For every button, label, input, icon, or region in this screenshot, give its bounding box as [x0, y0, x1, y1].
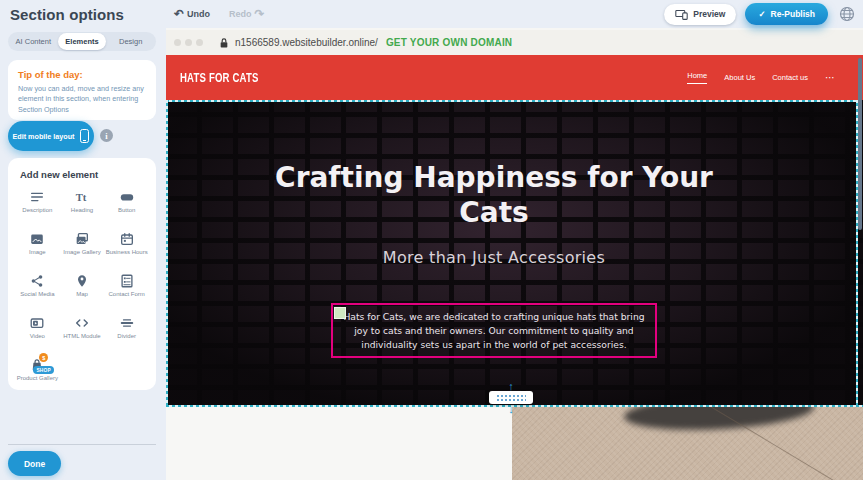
element-label: Image Gallery	[63, 249, 100, 257]
redo-label: Redo	[229, 9, 252, 19]
window-dot-icon	[196, 39, 203, 46]
new-feature-badge-icon: $	[39, 353, 48, 362]
element-label: Map	[76, 291, 88, 299]
nav-contact-us[interactable]: Contact us	[772, 73, 808, 82]
done-label: Done	[24, 459, 45, 469]
hero-subheading[interactable]: More than Just Accessories	[166, 248, 822, 267]
element-label: Button	[118, 207, 135, 215]
language-globe-button[interactable]	[837, 5, 856, 24]
undo-icon: ↶	[174, 8, 184, 20]
svg-text:Tt: Tt	[76, 192, 87, 203]
site-url: n1566589.websitebuilder.online/	[235, 37, 378, 48]
info-icon: i	[105, 131, 107, 141]
tab-elements[interactable]: Elements	[58, 33, 107, 50]
republish-button[interactable]: ✓ Re-Publish	[745, 3, 828, 25]
globe-icon	[839, 6, 855, 22]
redo-icon: ↷	[255, 8, 265, 20]
get-domain-link[interactable]: GET YOUR OWN DOMAIN	[386, 37, 512, 48]
element-social-media[interactable]: Social Media	[15, 273, 60, 310]
contact-form-icon	[119, 273, 135, 289]
tip-of-the-day-card: Tip of the day: Now you can add, move an…	[8, 60, 156, 120]
done-button[interactable]: Done	[8, 451, 61, 476]
element-divider[interactable]: Divider	[104, 315, 149, 352]
hero-content: Crafting Happiness for Your Cats More th…	[166, 100, 822, 267]
element-grid: Description Tt Heading Button Imag	[15, 189, 149, 394]
element-contact-form[interactable]: Contact Form	[104, 273, 149, 310]
section-options-panel: AI Content Elements Design Tip of the da…	[0, 28, 166, 480]
site-nav: Home About Us Contact us ⋯	[687, 71, 835, 84]
selected-text-element[interactable]: Hats for Cats, we are dedicated to craft…	[331, 303, 657, 358]
hero-section[interactable]: Crafting Happiness for Your Cats More th…	[166, 100, 863, 406]
hero-heading[interactable]: Crafting Happiness for Your Cats	[269, 160, 719, 230]
tab-design[interactable]: Design	[106, 33, 155, 50]
tab-ai-content[interactable]: AI Content	[9, 33, 58, 50]
element-product-gallery[interactable]: $ SHOP Product Gallery	[15, 357, 60, 394]
heading-icon: Tt	[74, 189, 90, 205]
preview-button[interactable]: Preview	[664, 4, 736, 25]
shop-badge: SHOP	[33, 366, 54, 374]
edit-mobile-layout-button[interactable]: Edit mobile layout	[8, 121, 94, 151]
element-drag-handle[interactable]	[334, 307, 346, 319]
grip-dots-icon	[496, 394, 526, 402]
tip-body: Now you can add, move and resize any ele…	[18, 84, 146, 115]
social-media-icon	[29, 273, 45, 289]
phone-icon	[80, 129, 89, 143]
element-label: HTML Module	[63, 333, 100, 341]
element-video[interactable]: Video	[15, 315, 60, 352]
add-new-element-card: Add new element Description Tt Heading B…	[8, 158, 156, 390]
info-button[interactable]: i	[100, 129, 113, 142]
button-icon	[119, 189, 135, 205]
window-dot-icon	[185, 39, 192, 46]
element-label: Video	[30, 333, 45, 341]
page-title: Section options	[0, 6, 166, 23]
element-image[interactable]: Image	[15, 231, 60, 268]
element-label: Heading	[71, 207, 93, 215]
image-gallery-icon	[74, 231, 90, 247]
resize-arrow-down-icon: ↓	[489, 404, 533, 414]
panel-tabs: AI Content Elements Design	[8, 32, 156, 51]
preview-label: Preview	[693, 9, 725, 19]
nav-about-us[interactable]: About Us	[724, 73, 755, 82]
website-canvas: HATS FOR CATS Home About Us Contact us ⋯…	[166, 55, 863, 480]
top-toolbar: Section options ↶ Undo Redo ↷ Preview ✓ …	[0, 0, 863, 28]
check-icon: ✓	[758, 9, 765, 19]
devices-icon	[675, 9, 688, 20]
element-map[interactable]: Map	[60, 273, 105, 310]
element-button[interactable]: Button	[104, 189, 149, 226]
undo-label: Undo	[187, 9, 210, 19]
code-icon	[74, 315, 90, 331]
hero-paragraph: Hats for Cats, we are dedicated to craft…	[343, 311, 644, 350]
element-label: Social Media	[20, 291, 54, 299]
description-icon	[29, 189, 45, 205]
top-actions: Preview ✓ Re-Publish	[664, 3, 863, 25]
browser-address-bar: n1566589.websitebuilder.online/ GET YOUR…	[166, 30, 863, 55]
panel-divider	[8, 444, 156, 445]
divider-icon	[119, 315, 135, 331]
scrollbar-thumb[interactable]	[858, 58, 862, 230]
edit-mobile-label: Edit mobile layout	[13, 132, 75, 141]
element-label: Image	[29, 249, 46, 257]
element-image-gallery[interactable]: Image Gallery	[60, 231, 105, 268]
nav-home[interactable]: Home	[687, 71, 707, 84]
element-label: Business Hours	[106, 249, 148, 257]
undo-button[interactable]: ↶ Undo	[174, 8, 210, 20]
element-business-hours[interactable]: Business Hours	[104, 231, 149, 268]
site-preview-area: n1566589.websitebuilder.online/ GET YOUR…	[166, 28, 863, 480]
section-resize-handle[interactable]: ↑ ↓	[489, 381, 533, 414]
site-header: HATS FOR CATS Home About Us Contact us ⋯	[166, 55, 863, 100]
element-heading[interactable]: Tt Heading	[60, 189, 105, 226]
element-label: Divider	[117, 333, 136, 341]
redo-button[interactable]: Redo ↷	[229, 8, 265, 20]
business-hours-icon	[119, 231, 135, 247]
element-html-module[interactable]: HTML Module	[60, 315, 105, 352]
element-label: Contact Form	[108, 291, 144, 299]
site-logo[interactable]: HATS FOR CATS	[180, 71, 259, 85]
next-section-background	[166, 407, 512, 480]
lock-icon	[219, 37, 229, 49]
product-gallery-icon-wrap: $ SHOP	[29, 357, 45, 373]
app-root: { "topbar": { "title": "Section options"…	[0, 0, 863, 480]
history-controls: ↶ Undo Redo ↷	[174, 8, 265, 20]
image-icon	[29, 231, 45, 247]
element-description[interactable]: Description	[15, 189, 60, 226]
add-element-title: Add new element	[15, 169, 149, 180]
